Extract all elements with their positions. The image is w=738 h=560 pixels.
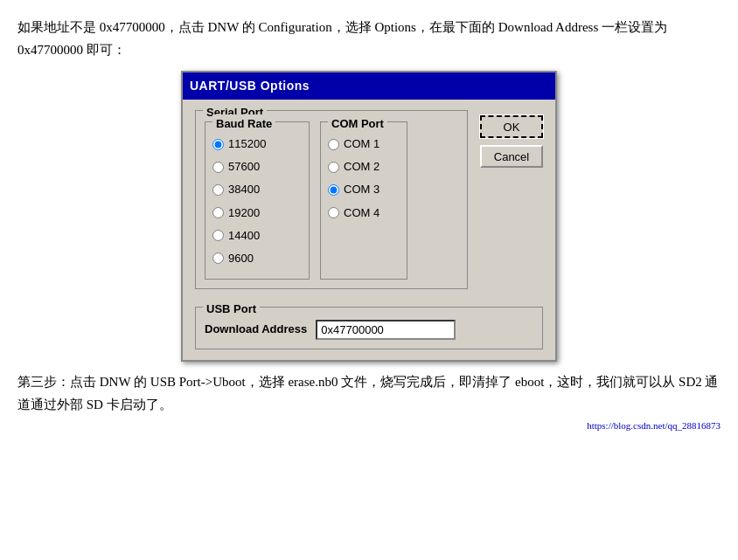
baud-115200-radio[interactable] <box>212 139 224 150</box>
com2-radio[interactable] <box>328 162 339 173</box>
baud-19200-label: 19200 <box>228 204 260 223</box>
com4-row: COM 4 <box>328 204 398 223</box>
download-address-label: Download Address <box>205 320 307 339</box>
com3-radio[interactable] <box>328 184 339 196</box>
baud-14400-row: 14400 <box>212 226 300 245</box>
com-port-group: COM Port COM 1 COM 2 <box>320 121 407 280</box>
com3-row: COM 3 <box>328 180 398 199</box>
serial-port-group: Serial Port Baud Rate 115200 <box>195 110 468 289</box>
baud-19200-radio[interactable] <box>212 207 224 218</box>
dialog-wrapper: UART/USB Options Serial Port Baud Rate 1… <box>17 71 721 362</box>
bottom-description: 第三步：点击 DNW 的 USB Port->Uboot，选择 erase.nb… <box>17 370 721 417</box>
com1-row: COM 1 <box>328 135 398 154</box>
baud-19200-row: 19200 <box>212 204 300 223</box>
baud-rate-group: Baud Rate 115200 57600 <box>205 121 310 280</box>
baud-rate-options: 115200 57600 38400 <box>212 135 300 268</box>
baud-57600-row: 57600 <box>212 157 300 176</box>
baud-9600-label: 9600 <box>228 249 254 268</box>
dialog-body: Serial Port Baud Rate 115200 <box>183 100 555 360</box>
baud-9600-row: 9600 <box>212 249 300 268</box>
baud-14400-radio[interactable] <box>212 230 224 241</box>
com4-label: COM 4 <box>344 204 379 223</box>
baud-38400-radio[interactable] <box>212 184 224 196</box>
cancel-button[interactable]: Cancel <box>480 145 543 168</box>
com1-label: COM 1 <box>344 135 379 154</box>
dialog-titlebar: UART/USB Options <box>183 73 555 100</box>
com2-row: COM 2 <box>328 157 398 176</box>
serial-inner: Baud Rate 115200 57600 <box>205 121 458 280</box>
com3-label: COM 3 <box>344 180 379 199</box>
com-port-legend: COM Port <box>328 114 387 134</box>
dialog-buttons: OK Cancel <box>480 110 543 168</box>
baud-57600-label: 57600 <box>228 157 260 176</box>
download-address-input[interactable] <box>316 320 456 340</box>
top-description: 如果地址不是 0x47700000，点击 DNW 的 Configuration… <box>17 16 721 62</box>
ok-button[interactable]: OK <box>480 115 543 138</box>
com4-radio[interactable] <box>328 207 339 218</box>
com-port-options: COM 1 COM 2 COM 3 <box>328 135 398 222</box>
baud-115200-label: 115200 <box>228 135 266 154</box>
baud-9600-radio[interactable] <box>212 252 224 264</box>
url-footer: https://blog.csdn.net/qq_28816873 <box>17 418 721 434</box>
com1-radio[interactable] <box>328 139 339 150</box>
uart-usb-dialog: UART/USB Options Serial Port Baud Rate 1… <box>181 71 557 362</box>
baud-38400-label: 38400 <box>228 180 260 199</box>
baud-57600-radio[interactable] <box>212 162 224 173</box>
usb-port-legend: USB Port <box>203 300 260 319</box>
com2-label: COM 2 <box>344 157 379 176</box>
baud-38400-row: 38400 <box>212 180 300 199</box>
baud-14400-label: 14400 <box>228 226 260 245</box>
baud-rate-legend: Baud Rate <box>212 114 275 134</box>
usb-port-group: USB Port Download Address <box>195 307 543 349</box>
usb-row: Download Address <box>205 320 533 340</box>
serial-and-buttons-row: Serial Port Baud Rate 115200 <box>195 110 543 298</box>
baud-115200-row: 115200 <box>212 135 300 154</box>
